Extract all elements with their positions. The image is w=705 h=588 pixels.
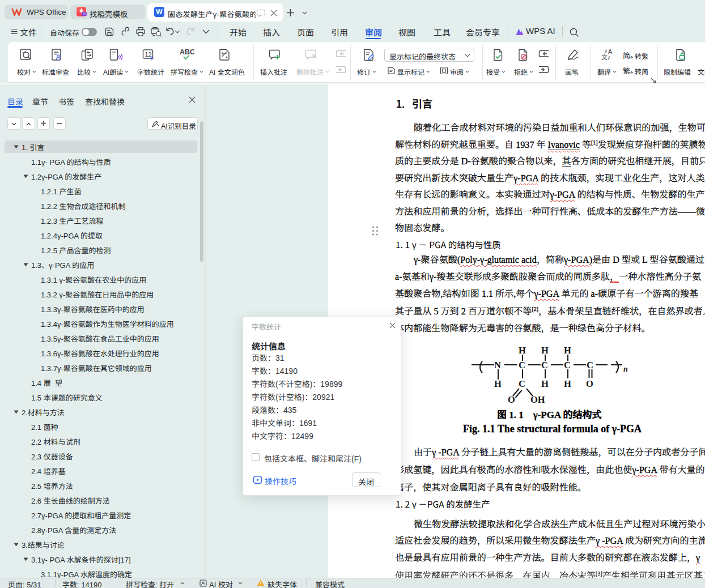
svg-text:C: C xyxy=(564,360,571,370)
svg-text:H: H xyxy=(541,345,549,356)
svg-text:H: H xyxy=(519,345,526,356)
svg-text:H: H xyxy=(541,378,549,389)
svg-text:12: 12 xyxy=(145,51,152,58)
svg-text:O: O xyxy=(586,378,593,389)
svg-text:n: n xyxy=(623,365,628,373)
svg-text:C: C xyxy=(519,378,525,389)
svg-text:H: H xyxy=(564,345,571,356)
svg-text:O: O xyxy=(508,394,515,405)
svg-text:H: H xyxy=(494,378,502,389)
svg-text:A: A xyxy=(608,48,613,55)
svg-text:H: H xyxy=(564,378,571,389)
svg-text:ABC: ABC xyxy=(180,48,194,56)
svg-text:OH: OH xyxy=(530,394,545,405)
svg-text:文: 文 xyxy=(601,52,608,61)
svg-text:C: C xyxy=(519,360,525,370)
svg-text:C: C xyxy=(587,360,593,370)
svg-text:N: N xyxy=(494,360,501,370)
svg-text:C: C xyxy=(541,360,548,370)
